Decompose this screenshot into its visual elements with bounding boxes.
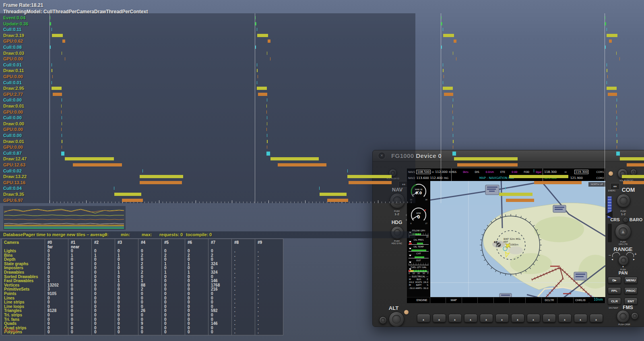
softkey-button[interactable]: ▲ — [558, 314, 572, 322]
pan-left-icon[interactable]: ◂ — [611, 258, 614, 261]
softkey-button[interactable]: ▲ — [480, 314, 493, 322]
stat-timing-bar — [266, 104, 267, 108]
softkey-button[interactable]: ▲ — [511, 314, 524, 322]
fg1000-titlebar[interactable]: ✕ FG1000 Device 0 — [373, 150, 644, 162]
stat-row-label: Draw:9.35 — [3, 192, 24, 197]
table-cell: 3 — [47, 270, 68, 275]
softkey-label[interactable] — [526, 297, 542, 303]
softkey-label[interactable] — [494, 297, 510, 303]
stat-timing-bar — [607, 63, 607, 67]
table-cell: 0 — [94, 287, 115, 292]
stats-graph-panel — [3, 206, 126, 230]
nav2-station-id: ING — [444, 177, 449, 180]
com-volume-knob[interactable] — [617, 168, 628, 179]
fms-button-group: D▸MENUFPLPROCCLRENT — [608, 277, 637, 305]
bezel-button-fpl[interactable]: FPL — [608, 287, 621, 294]
com2-label: COM2 — [597, 177, 604, 180]
softkey-label[interactable]: DCLTR — [542, 297, 558, 303]
table-cell: 0 — [94, 279, 115, 283]
range-pan-joystick[interactable] — [618, 255, 629, 266]
table-row-label: Fast Drawables — [4, 279, 45, 283]
com-knob[interactable] — [617, 194, 630, 208]
stat-timing-bar — [617, 116, 617, 119]
eis-engine-strip: MAN IN 0.0 10 30 RPM 0 0 27 FFLOW GPH — [407, 181, 431, 297]
stat-row-label: GPU:0.00 — [3, 56, 23, 61]
softkey-label[interactable] — [557, 297, 574, 303]
softkey-label[interactable] — [430, 297, 446, 303]
softkey-button[interactable]: ▲ — [590, 314, 603, 322]
stat-row-label: Cull:0.00 — [3, 115, 22, 120]
stat-timing-bar — [605, 22, 606, 25]
stat-row-label: GPU:0.00 — [3, 110, 23, 114]
alt-knob[interactable] — [389, 312, 404, 327]
stat-timing-bar — [616, 128, 617, 131]
stat-timing-bar — [320, 193, 347, 196]
softkey-button[interactable]: ▲ — [495, 314, 509, 322]
table-cell: 1768 — [211, 283, 231, 288]
com-push-12: 1-2 — [614, 212, 632, 216]
nav2-standby-freq[interactable]: 113.600 — [416, 176, 429, 180]
com2-standby-freq[interactable]: 121.900 — [570, 176, 583, 180]
table-row-label: Imposters — [4, 266, 45, 270]
softkey-button[interactable]: ▲ — [574, 314, 587, 322]
fflow-bar — [409, 232, 429, 235]
table-column: #4 0202020188200002600900 — [138, 239, 161, 335]
table-cell: 1 — [164, 270, 185, 275]
table-cell: 0 — [118, 305, 138, 309]
nav-volume-knob[interactable] — [389, 169, 397, 177]
bezel-button-menu[interactable]: MENU — [624, 277, 638, 284]
close-icon[interactable]: ✕ — [378, 152, 386, 160]
stat-timing-bar — [62, 134, 62, 137]
softkey-button[interactable]: ▲ — [464, 314, 477, 322]
table-cell: 0 — [188, 322, 208, 326]
fms-inner-knob[interactable] — [631, 312, 638, 320]
table-cell: 0 — [211, 249, 231, 254]
bezel-button-ent[interactable]: ENT — [624, 298, 638, 305]
alt-inner-knob[interactable] — [379, 316, 387, 324]
bezel-button-d[interactable]: D▸ — [608, 277, 621, 284]
navigation-map: BIKF 52m MSL KEF 1065m KF — [430, 181, 605, 297]
softkey-button[interactable]: ▲ — [543, 314, 556, 322]
table-cell: 0 — [71, 326, 91, 331]
table-row-label: Bins — [4, 254, 45, 258]
graph-series-line — [4, 224, 124, 225]
softkey-triangle-icon: ▲ — [595, 318, 597, 321]
com-squelch-knob[interactable] — [630, 169, 637, 175]
stat-timing-bar — [52, 34, 63, 37]
softkey-button[interactable]: ▲ — [448, 314, 462, 322]
svg-text:27: 27 — [425, 222, 427, 225]
table-cell: . — [234, 313, 255, 318]
table-cell: 0 — [164, 330, 185, 335]
table-cell: 0 — [211, 305, 231, 309]
table-row-label: Quads — [4, 322, 45, 326]
table-cell: 0 — [94, 313, 115, 318]
nav2-active-freq: 112.400 — [430, 176, 443, 180]
softkey-label[interactable] — [510, 297, 526, 303]
com1-standby-freq[interactable]: 119.300 — [574, 170, 588, 174]
range-minus[interactable]: – — [608, 253, 612, 257]
fms-knob[interactable] — [617, 310, 630, 323]
softkey-button[interactable]: ▲ — [527, 314, 540, 322]
nav1-standby-freq[interactable]: 108.500 — [416, 170, 430, 174]
softkey-button[interactable]: ▲ — [433, 314, 446, 322]
stat-timing-bar — [255, 46, 256, 49]
stat-row-label: Cull:0.00 — [3, 98, 22, 102]
stat-row-label: Cull:0.11 — [3, 27, 21, 32]
softkey-label[interactable] — [462, 297, 478, 303]
softkey-label[interactable] — [478, 297, 494, 303]
table-cell: . — [258, 270, 278, 275]
stat-timing-bar — [61, 110, 62, 114]
pan-right-icon[interactable]: ▸ — [632, 258, 636, 261]
stat-timing-bar — [62, 116, 62, 119]
bezel-button-clr[interactable]: CLR — [608, 298, 621, 305]
table-cell: . — [234, 322, 255, 326]
table-cell: 26 — [141, 309, 161, 313]
crs-baro-knob[interactable]: ▲ — [615, 224, 631, 240]
nav-knob[interactable] — [390, 193, 405, 208]
hdg-knob[interactable] — [391, 226, 404, 239]
softkey-button[interactable]: ▲ — [417, 314, 430, 322]
bezel-button-proc[interactable]: PROC — [624, 287, 638, 294]
softkey-label[interactable]: MAP — [446, 297, 462, 303]
softkey-label[interactable]: ENGINE — [414, 297, 430, 303]
range-plus[interactable]: + — [634, 252, 638, 256]
